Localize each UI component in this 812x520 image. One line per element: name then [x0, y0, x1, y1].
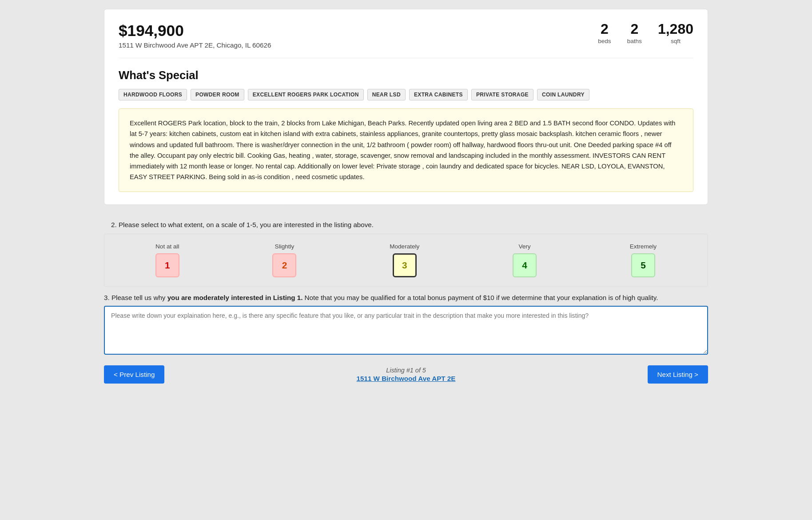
listing-price: $194,900 [119, 22, 271, 40]
question3-bold: you are moderately interested in Listing… [167, 294, 303, 301]
rating-label-1: Not at all [155, 243, 179, 250]
listing-card: $194,900 1511 W Birchwood Ave APT 2E, Ch… [104, 9, 708, 205]
baths-label: baths [627, 38, 642, 44]
rating-scale: Not at all1Slightly2Moderately3Very4Extr… [104, 234, 708, 287]
tag: POWDER ROOM [191, 89, 244, 100]
rating-option-4: Very4 [513, 243, 537, 277]
rating-button-2[interactable]: 2 [272, 253, 296, 277]
next-listing-button[interactable]: Next Listing > [648, 365, 708, 384]
rating-label-4: Very [518, 243, 530, 250]
listing-info: $194,900 1511 W Birchwood Ave APT 2E, Ch… [119, 22, 271, 49]
beds-value: 2 [598, 22, 611, 36]
tag: HARDWOOD FLOORS [119, 89, 187, 100]
listing-stats: 2 beds 2 baths 1,280 sqft [598, 22, 693, 44]
baths-stat: 2 baths [627, 22, 642, 44]
sqft-stat: 1,280 sqft [658, 22, 693, 44]
whats-special-title: What's Special [119, 69, 693, 82]
rating-label-3: Moderately [390, 243, 419, 250]
tag: NEAR LSD [367, 89, 406, 100]
rating-option-5: Extremely5 [630, 243, 657, 277]
rating-button-5[interactable]: 5 [631, 253, 655, 277]
tag: EXCELLENT ROGERS PARK LOCATION [248, 89, 364, 100]
sqft-label: sqft [658, 38, 693, 44]
rating-button-3[interactable]: 3 [393, 253, 417, 277]
listing-address-footer: 1511 W Birchwood Ave APT 2E [357, 375, 456, 382]
listing-address: 1511 W Birchwood Ave APT 2E, Chicago, IL… [119, 41, 271, 49]
tag: PRIVATE STORAGE [471, 89, 533, 100]
question3-section: 3. Please tell us why you are moderately… [104, 294, 708, 356]
question2-section: 2. Please select to what extent, on a sc… [104, 215, 708, 287]
sqft-value: 1,280 [658, 22, 693, 36]
rating-option-2: Slightly2 [272, 243, 296, 277]
explanation-textarea[interactable] [104, 306, 708, 355]
rating-button-4[interactable]: 4 [513, 253, 537, 277]
question3-suffix: Note that you may be qualified for a tot… [303, 294, 658, 301]
prev-listing-button[interactable]: < Prev Listing [104, 365, 164, 384]
baths-value: 2 [627, 22, 642, 36]
tags-row: HARDWOOD FLOORSPOWDER ROOMEXCELLENT ROGE… [119, 89, 693, 100]
question3-text: 3. Please tell us why you are moderately… [104, 294, 708, 301]
rating-label-2: Slightly [275, 243, 295, 250]
rating-button-1[interactable]: 1 [155, 253, 179, 277]
question2-text: 2. Please select to what extent, on a sc… [104, 215, 708, 228]
beds-label: beds [598, 38, 611, 44]
rating-label-5: Extremely [630, 243, 657, 250]
listing-header: $194,900 1511 W Birchwood Ave APT 2E, Ch… [119, 22, 693, 58]
question3-prefix: 3. Please tell us why [104, 294, 167, 301]
page-wrapper: $194,900 1511 W Birchwood Ave APT 2E, Ch… [104, 9, 708, 384]
tag: EXTRA CABINETS [409, 89, 468, 100]
rating-option-3: Moderately3 [390, 243, 419, 277]
description-box: Excellent ROGERS Park location, block to… [119, 108, 693, 192]
whats-special-section: What's Special HARDWOOD FLOORSPOWDER ROO… [119, 69, 693, 192]
footer-nav: < Prev Listing Listing #1 of 5 1511 W Bi… [104, 365, 708, 384]
tag: COIN LAUNDRY [537, 89, 589, 100]
footer-center: Listing #1 of 5 1511 W Birchwood Ave APT… [357, 367, 456, 382]
beds-stat: 2 beds [598, 22, 611, 44]
listing-counter: Listing #1 of 5 [357, 367, 456, 374]
rating-option-1: Not at all1 [155, 243, 179, 277]
